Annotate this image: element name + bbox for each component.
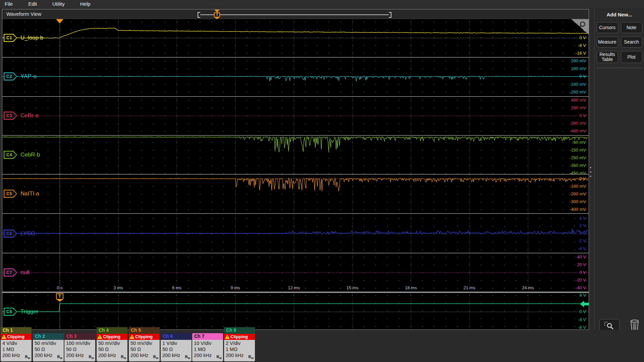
clipping-banner: !Clipping bbox=[224, 334, 255, 340]
trigger-time-line bbox=[60, 19, 60, 329]
waveform-view-title[interactable]: Waveform View bbox=[6, 11, 41, 17]
slot-divider bbox=[2, 174, 589, 175]
trigger-position-flag-icon[interactable]: T bbox=[214, 12, 220, 19]
warning-icon: ! bbox=[129, 335, 135, 339]
channel-name-c1: U_loop b bbox=[20, 34, 43, 42]
channel-card-ch1[interactable]: Ch 1!Clipping4 V/div1 MΩ200 kHzBW bbox=[1, 327, 32, 361]
menu-bar: FileEditUtilityHelp bbox=[0, 0, 644, 8]
scale-label-c8: 0 V bbox=[556, 309, 586, 314]
menu-item-help[interactable]: Help bbox=[80, 1, 91, 7]
impedance-setting: 1 MΩ bbox=[226, 346, 254, 352]
channel-card-ch8[interactable]: Ch 8!Clipping2 V/div1 MΩ200 kHzBW bbox=[224, 327, 255, 361]
channel-card-label: Ch 8 bbox=[224, 327, 255, 334]
slot-divider bbox=[2, 135, 589, 136]
zero-volt-baseline-c7 bbox=[2, 273, 589, 273]
scale-label-c4: -50 mV bbox=[556, 140, 586, 145]
time-axis-label: 9 ms bbox=[225, 285, 246, 290]
scale-label-c1: -8 V bbox=[556, 43, 586, 48]
channel-card-label: Ch 3 bbox=[64, 333, 95, 340]
clipping-banner: !Clipping bbox=[97, 334, 127, 340]
channel-name-c8: Trigger bbox=[20, 308, 38, 316]
channel-card-label: Ch 1 bbox=[1, 327, 32, 334]
impedance-setting: 50 Ω bbox=[130, 346, 158, 352]
menu-item-file[interactable]: File bbox=[5, 1, 13, 7]
trigger-marker-icon[interactable] bbox=[56, 19, 63, 23]
zero-volt-baseline-c2 bbox=[2, 76, 589, 77]
menu-item-edit[interactable]: Edit bbox=[28, 1, 37, 7]
add-new-measure-button[interactable]: Measure bbox=[597, 37, 618, 48]
add-new-title: Add New... bbox=[595, 12, 644, 17]
bandwidth-setting: 200 kHzBW bbox=[66, 352, 94, 358]
scale-label-c1: -16 V bbox=[556, 51, 586, 56]
scale-label-c2: 100 mV bbox=[556, 66, 586, 71]
slot-divider bbox=[2, 253, 589, 253]
waveform-plot[interactable]: 80 V-8 V-16 VC1U_loop b200 mV100 mV0 V-1… bbox=[2, 19, 589, 329]
channel-card-ch4[interactable]: Ch 4!Clipping50 mV/div50 Ω200 kHzBW bbox=[97, 327, 127, 361]
scale-label-c8: -4 V bbox=[556, 317, 586, 322]
bandwidth-setting: 200 kHzBW bbox=[98, 352, 126, 358]
clipping-banner: !Clipping bbox=[129, 334, 160, 340]
scale-label-c6: 2 V bbox=[556, 223, 586, 228]
clipping-banner: !Clipping bbox=[1, 334, 32, 340]
add-new-search-button[interactable]: Search bbox=[621, 37, 642, 48]
scale-label-c2: -200 mV bbox=[556, 89, 586, 95]
zero-volt-baseline-c5 bbox=[2, 179, 589, 179]
right-bracket bbox=[389, 12, 391, 18]
scale-label-c5: -300 mV bbox=[556, 199, 586, 204]
time-axis-label: 6 ms bbox=[167, 285, 187, 290]
channel-name-c5: NaITl-a bbox=[20, 190, 39, 198]
add-new-button-grid: CursorsNoteMeasureSearchResults TablePlo… bbox=[595, 22, 644, 63]
right-panel: Add New... CursorsNoteMeasureSearchResul… bbox=[594, 8, 644, 330]
add-new-note-button[interactable]: Note bbox=[621, 22, 642, 33]
time-division-line bbox=[177, 19, 177, 329]
time-axis bbox=[2, 292, 589, 293]
channel-slot-c3 bbox=[2, 97, 589, 135]
bandwidth-limit-icon: BW bbox=[25, 354, 30, 361]
scale-label-c6: -4 V bbox=[556, 246, 586, 251]
add-new-plot-button[interactable]: Plot bbox=[621, 51, 642, 63]
channel-card-ch6[interactable]: Ch 61 V/div50 Ω200 kHzBW bbox=[161, 333, 192, 361]
channel-card-ch3[interactable]: Ch 3100 mV/div50 Ω200 kHzBW bbox=[64, 333, 95, 361]
channel-slot-c6 bbox=[2, 214, 589, 253]
scale-label-c4: -150 mV bbox=[556, 147, 586, 153]
warning-icon: ! bbox=[1, 335, 6, 339]
zero-volt-baseline-c4 bbox=[2, 137, 589, 137]
panel-splitter-handle[interactable] bbox=[589, 167, 592, 177]
channel-name-c3: CeBr-a bbox=[20, 112, 39, 120]
warning-icon: ! bbox=[225, 335, 230, 339]
time-division-line bbox=[118, 19, 119, 329]
scale-label-c7: 40 V bbox=[556, 254, 586, 260]
channel-slot-c4 bbox=[2, 135, 589, 174]
impedance-setting: 50 Ω bbox=[98, 346, 126, 352]
position-bar-line bbox=[200, 14, 389, 15]
scale-label-c3: -400 mV bbox=[556, 128, 586, 134]
impedance-setting: 50 Ω bbox=[66, 346, 94, 352]
horizontal-position-bar[interactable]: T bbox=[198, 12, 391, 18]
vdiv-setting: 10 V/div bbox=[194, 340, 222, 346]
time-axis-label: 12 ms bbox=[284, 285, 304, 290]
scale-label-c3: 200 mV bbox=[556, 105, 586, 111]
right-panel-divider bbox=[596, 68, 643, 68]
scale-label-c2: 200 mV bbox=[556, 58, 586, 64]
channel-card-ch5[interactable]: Ch 5!Clipping50 mV/div50 Ω200 kHzBW bbox=[129, 327, 160, 361]
impedance-setting: 50 Ω bbox=[35, 346, 62, 352]
scale-label-c6: 0 V bbox=[556, 231, 586, 236]
scale-label-c8: -8 V bbox=[556, 325, 586, 329]
channel-card-label: Ch 2 bbox=[33, 333, 64, 340]
zero-volt-baseline-c1 bbox=[2, 38, 589, 38]
menu-item-utility[interactable]: Utility bbox=[52, 1, 65, 7]
channel-name-c4: CebR-b bbox=[20, 151, 40, 159]
bandwidth-limit-icon: BW bbox=[185, 354, 190, 361]
bandwidth-limit-icon: BW bbox=[121, 354, 126, 361]
add-new-cursors-button[interactable]: Cursors bbox=[597, 22, 618, 33]
scale-label-c6: -2 V bbox=[556, 238, 586, 244]
vdiv-setting: 50 mV/div bbox=[130, 340, 158, 346]
time-division-line bbox=[353, 19, 353, 329]
bandwidth-setting: 200 kHzBW bbox=[226, 352, 254, 358]
add-new-results-table-button[interactable]: Results Table bbox=[597, 51, 618, 63]
channel-card-ch2[interactable]: Ch 250 mV/div50 Ω200 kHzBW bbox=[33, 333, 64, 361]
channel-card-ch7[interactable]: Ch 710 V/div1 MΩ200 kHzBW bbox=[192, 333, 223, 361]
scale-label-c6: 4 V bbox=[556, 216, 586, 221]
scale-label-c5: -100 mV bbox=[556, 184, 586, 189]
channel-name-c2: YAP-a bbox=[20, 72, 37, 80]
